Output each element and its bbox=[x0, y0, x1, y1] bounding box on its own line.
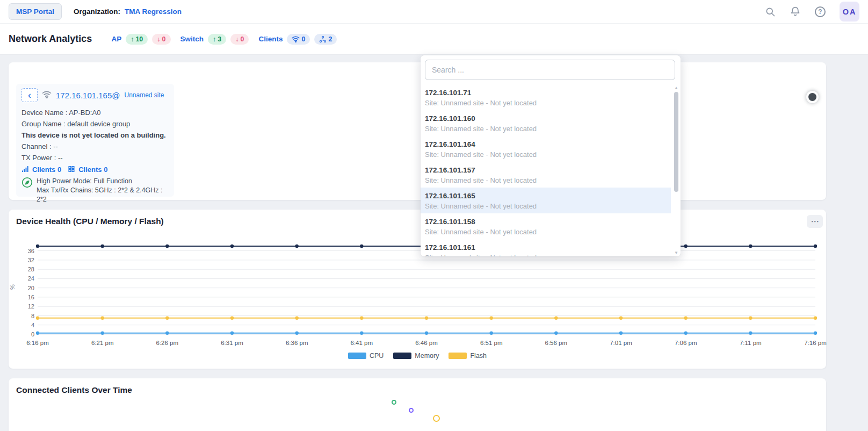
arrow-up-icon: ↑ bbox=[213, 35, 216, 43]
wifi-icon bbox=[42, 90, 52, 100]
connected-clients-title: Connected Clients Over Time bbox=[16, 385, 132, 395]
signal-bars-icon bbox=[21, 165, 29, 175]
svg-text:7:06 pm: 7:06 pm bbox=[675, 340, 697, 346]
svg-text:36: 36 bbox=[28, 248, 34, 254]
device-info-panel: ‹ 172.16.101.165@ Unnamed site Device Na… bbox=[16, 84, 174, 197]
device-list-item[interactable]: 172.16.101.158 Site: Unnamed site - Not … bbox=[421, 213, 671, 239]
legend-item-memory[interactable]: Memory bbox=[393, 352, 439, 360]
notifications-bell-icon[interactable] bbox=[790, 6, 801, 17]
legend-label: Memory bbox=[415, 352, 439, 360]
avatar[interactable]: OA bbox=[840, 2, 859, 21]
page-title: Network Analytics bbox=[9, 33, 92, 45]
clients-link[interactable]: Clients bbox=[258, 35, 283, 43]
connected-clients-card: Connected Clients Over Time bbox=[9, 378, 826, 431]
clients-wired-badge: 2 bbox=[314, 34, 337, 45]
svg-text:4: 4 bbox=[31, 322, 34, 328]
svg-text:8: 8 bbox=[31, 313, 34, 319]
help-icon[interactable]: ? bbox=[815, 6, 826, 17]
device-list-item[interactable]: 172.16.101.160 Site: Unnamed site - Not … bbox=[421, 110, 671, 136]
switch-link[interactable]: Switch bbox=[180, 35, 204, 43]
arrow-down-icon: ↓ bbox=[235, 35, 238, 43]
scroll-up-icon[interactable]: ▲ bbox=[673, 85, 679, 90]
svg-text:7:11 pm: 7:11 pm bbox=[740, 340, 762, 346]
device-list-item[interactable]: 172.16.101.161 Site: Unnamed site - Not … bbox=[421, 239, 671, 256]
card-menu-icon[interactable]: ⋯ bbox=[807, 215, 823, 228]
device-list: 172.16.101.71 Site: Unnamed site - Not y… bbox=[421, 84, 671, 256]
device-ip-link[interactable]: 172.16.101.165@ bbox=[56, 91, 120, 100]
device-health-chart: 048121620242832366:16 pm6:21 pm6:26 pm6:… bbox=[21, 242, 820, 349]
device-list-item[interactable]: 172.16.101.157 Site: Unnamed site - Not … bbox=[421, 162, 671, 188]
device-health-card: Device Health (CPU / Memory / Flash) ⋯ %… bbox=[9, 210, 826, 369]
svg-text:6:16 pm: 6:16 pm bbox=[26, 340, 49, 346]
legend-label: Flash bbox=[470, 352, 487, 360]
legend-swatch bbox=[393, 353, 411, 359]
map-location-marker[interactable] bbox=[808, 93, 816, 101]
device-name-text: Device Name : AP-BD:A0 bbox=[21, 107, 169, 118]
map-card: ‹ 172.16.101.165@ Unnamed site Device Na… bbox=[9, 62, 826, 200]
ap-up-badge: ↑10 bbox=[126, 34, 148, 45]
svg-text:20: 20 bbox=[28, 285, 34, 291]
ap-down-badge: ↓0 bbox=[152, 34, 170, 45]
arrow-up-icon: ↑ bbox=[131, 35, 134, 43]
device-list-item-selected[interactable]: 172.16.101.165 Site: Unnamed site - Not … bbox=[421, 188, 671, 213]
svg-text:24: 24 bbox=[28, 275, 34, 282]
lan-ports-icon bbox=[68, 165, 75, 175]
switch-down-badge: ↓0 bbox=[230, 34, 249, 45]
svg-text:0: 0 bbox=[31, 331, 34, 337]
legend-item-cpu[interactable]: CPU bbox=[348, 352, 384, 360]
device-list-item[interactable]: 172.16.101.164 Site: Unnamed site - Not … bbox=[421, 136, 671, 162]
clients-wireless-badge: 0 bbox=[287, 34, 310, 45]
svg-text:6:51 pm: 6:51 pm bbox=[480, 340, 503, 346]
svg-text:6:46 pm: 6:46 pm bbox=[415, 340, 438, 346]
wifi-icon bbox=[292, 35, 300, 42]
device-search-input[interactable] bbox=[425, 60, 675, 80]
svg-text:6:31 pm: 6:31 pm bbox=[221, 340, 243, 346]
svg-text:6:21 pm: 6:21 pm bbox=[91, 340, 114, 346]
eco-power-icon bbox=[21, 177, 33, 204]
device-site-link[interactable]: Unnamed site bbox=[125, 91, 164, 99]
ap-link[interactable]: AP bbox=[111, 35, 121, 43]
location-note-text: This device is not yet located on a buil… bbox=[21, 130, 169, 141]
organization-name-link[interactable]: TMA Regression bbox=[125, 8, 182, 16]
device-list-item[interactable]: 172.16.101.71 Site: Unnamed site - Not y… bbox=[421, 84, 671, 110]
svg-text:7:16 pm: 7:16 pm bbox=[804, 340, 827, 346]
chains-text: Max Tx/Rx Chains: 5GHz : 2*2 & 2.4GHz : … bbox=[37, 186, 163, 203]
loading-dot bbox=[433, 415, 440, 422]
switch-up-badge: ↑3 bbox=[208, 34, 226, 45]
legend-item-flash[interactable]: Flash bbox=[449, 352, 487, 360]
svg-text:12: 12 bbox=[28, 303, 34, 310]
arrow-down-icon: ↓ bbox=[157, 35, 160, 43]
search-icon[interactable] bbox=[765, 6, 776, 17]
svg-text:7:01 pm: 7:01 pm bbox=[610, 340, 632, 346]
device-health-title: Device Health (CPU / Memory / Flash) bbox=[16, 217, 164, 226]
organization-label: Organization: bbox=[74, 8, 120, 16]
page-header: Network Analytics AP ↑10 ↓0 Switch ↑3 ↓0… bbox=[0, 24, 868, 55]
wireless-clients-link[interactable]: Clients 0 bbox=[32, 166, 61, 174]
svg-text:28: 28 bbox=[28, 266, 34, 272]
network-cluster-icon bbox=[319, 35, 327, 43]
y-axis-label: % bbox=[9, 284, 16, 290]
svg-text:6:41 pm: 6:41 pm bbox=[351, 340, 373, 346]
group-name-text: Group Name : default device group bbox=[21, 118, 169, 130]
svg-text:6:26 pm: 6:26 pm bbox=[156, 340, 179, 346]
loading-dot bbox=[392, 400, 396, 405]
back-chevron-button[interactable]: ‹ bbox=[21, 88, 38, 102]
channel-text: Channel : -- bbox=[21, 141, 169, 152]
tx-power-text: TX Power : -- bbox=[21, 152, 169, 163]
wired-clients-link[interactable]: Clients 0 bbox=[78, 166, 107, 174]
legend-swatch bbox=[449, 353, 467, 359]
scrollbar-thumb[interactable] bbox=[674, 92, 678, 192]
svg-text:16: 16 bbox=[28, 294, 34, 300]
loading-dot bbox=[409, 408, 414, 413]
device-dropdown: 172.16.101.71 Site: Unnamed site - Not y… bbox=[421, 55, 681, 256]
svg-text:6:56 pm: 6:56 pm bbox=[545, 340, 568, 346]
svg-text:6:36 pm: 6:36 pm bbox=[286, 340, 308, 346]
power-mode-text: High Power Mode: Full Function bbox=[37, 177, 132, 185]
scroll-down-icon[interactable]: ▼ bbox=[673, 250, 679, 255]
svg-text:32: 32 bbox=[28, 257, 34, 263]
chart-legend: CPUMemoryFlash bbox=[9, 350, 826, 361]
legend-label: CPU bbox=[370, 352, 384, 360]
dropdown-scrollbar[interactable]: ▲ ▼ bbox=[673, 85, 679, 255]
msp-portal-button[interactable]: MSP Portal bbox=[9, 3, 62, 20]
legend-swatch bbox=[348, 353, 366, 359]
